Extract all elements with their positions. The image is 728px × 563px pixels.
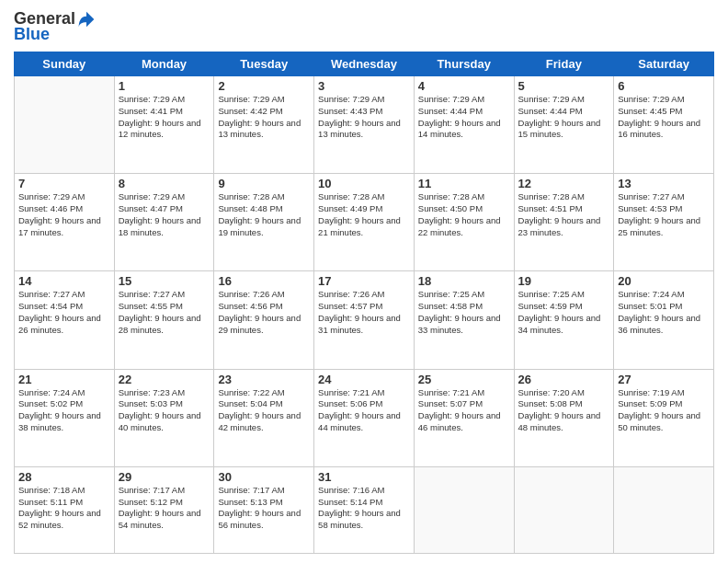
day-number: 10	[318, 177, 410, 190]
day-info: Sunrise: 7:28 AMSunset: 4:48 PMDaylight:…	[218, 191, 310, 238]
day-info: Sunrise: 7:18 AMSunset: 5:11 PMDaylight:…	[18, 485, 110, 532]
calendar-cell: 26Sunrise: 7:20 AMSunset: 5:08 PMDayligh…	[514, 369, 614, 466]
day-info: Sunrise: 7:20 AMSunset: 5:08 PMDaylight:…	[518, 387, 610, 434]
day-number: 24	[318, 373, 410, 386]
day-number: 12	[518, 177, 610, 190]
day-number: 17	[318, 274, 410, 288]
calendar-cell: 29Sunrise: 7:17 AMSunset: 5:12 PMDayligh…	[114, 466, 214, 553]
day-number: 19	[518, 274, 610, 288]
day-info: Sunrise: 7:29 AMSunset: 4:43 PMDaylight:…	[318, 94, 410, 141]
day-number: 28	[18, 470, 110, 484]
day-number: 26	[518, 373, 610, 386]
day-number: 29	[119, 470, 210, 484]
week-row-3: 14Sunrise: 7:27 AMSunset: 4:54 PMDayligh…	[15, 271, 714, 369]
day-number: 3	[318, 79, 410, 93]
calendar-cell	[614, 466, 714, 553]
day-info: Sunrise: 7:28 AMSunset: 4:50 PMDaylight:…	[418, 191, 510, 238]
day-number: 9	[218, 177, 310, 190]
calendar-cell: 11Sunrise: 7:28 AMSunset: 4:50 PMDayligh…	[414, 174, 514, 271]
calendar-cell: 15Sunrise: 7:27 AMSunset: 4:55 PMDayligh…	[114, 271, 214, 369]
calendar-cell: 23Sunrise: 7:22 AMSunset: 5:04 PMDayligh…	[214, 369, 314, 466]
day-info: Sunrise: 7:26 AMSunset: 4:57 PMDaylight:…	[318, 289, 410, 336]
day-info: Sunrise: 7:29 AMSunset: 4:44 PMDaylight:…	[518, 94, 610, 141]
day-info: Sunrise: 7:24 AMSunset: 5:01 PMDaylight:…	[618, 289, 710, 336]
day-number: 23	[218, 373, 310, 386]
day-header-tuesday: Tuesday	[214, 52, 314, 76]
day-number: 7	[18, 177, 110, 190]
day-number: 22	[119, 373, 210, 386]
calendar-cell: 16Sunrise: 7:26 AMSunset: 4:56 PMDayligh…	[214, 271, 314, 369]
calendar-cell	[15, 76, 115, 174]
calendar-cell: 14Sunrise: 7:27 AMSunset: 4:54 PMDayligh…	[15, 271, 115, 369]
day-number: 21	[18, 373, 110, 386]
calendar-cell: 19Sunrise: 7:25 AMSunset: 4:59 PMDayligh…	[514, 271, 614, 369]
day-number: 2	[218, 79, 310, 93]
week-row-5: 28Sunrise: 7:18 AMSunset: 5:11 PMDayligh…	[15, 466, 714, 553]
calendar-cell: 9Sunrise: 7:28 AMSunset: 4:48 PMDaylight…	[214, 174, 314, 271]
day-info: Sunrise: 7:29 AMSunset: 4:45 PMDaylight:…	[618, 94, 710, 141]
day-info: Sunrise: 7:29 AMSunset: 4:44 PMDaylight:…	[418, 94, 510, 141]
calendar-cell: 13Sunrise: 7:27 AMSunset: 4:53 PMDayligh…	[614, 174, 714, 271]
day-header-row: SundayMondayTuesdayWednesdayThursdayFrid…	[15, 52, 714, 76]
day-info: Sunrise: 7:17 AMSunset: 5:12 PMDaylight:…	[119, 485, 210, 532]
day-header-friday: Friday	[514, 52, 614, 76]
calendar-cell: 6Sunrise: 7:29 AMSunset: 4:45 PMDaylight…	[614, 76, 714, 174]
day-info: Sunrise: 7:28 AMSunset: 4:49 PMDaylight:…	[318, 191, 410, 238]
day-info: Sunrise: 7:25 AMSunset: 4:58 PMDaylight:…	[418, 289, 510, 336]
day-header-monday: Monday	[114, 52, 214, 76]
day-info: Sunrise: 7:25 AMSunset: 4:59 PMDaylight:…	[518, 289, 610, 336]
day-info: Sunrise: 7:29 AMSunset: 4:47 PMDaylight:…	[119, 191, 210, 238]
day-info: Sunrise: 7:27 AMSunset: 4:55 PMDaylight:…	[119, 289, 210, 336]
day-number: 13	[618, 177, 710, 190]
day-info: Sunrise: 7:29 AMSunset: 4:42 PMDaylight:…	[218, 94, 310, 141]
calendar-cell: 21Sunrise: 7:24 AMSunset: 5:02 PMDayligh…	[15, 369, 115, 466]
header: General Blue	[14, 9, 714, 44]
logo-blue: Blue	[14, 25, 50, 44]
calendar-cell: 27Sunrise: 7:19 AMSunset: 5:09 PMDayligh…	[614, 369, 714, 466]
calendar-cell: 2Sunrise: 7:29 AMSunset: 4:42 PMDaylight…	[214, 76, 314, 174]
day-info: Sunrise: 7:21 AMSunset: 5:06 PMDaylight:…	[318, 387, 410, 434]
day-info: Sunrise: 7:29 AMSunset: 4:46 PMDaylight:…	[18, 191, 110, 238]
day-info: Sunrise: 7:23 AMSunset: 5:03 PMDaylight:…	[119, 387, 210, 434]
day-number: 8	[119, 177, 210, 190]
day-number: 6	[618, 79, 710, 93]
calendar-cell: 3Sunrise: 7:29 AMSunset: 4:43 PMDaylight…	[314, 76, 415, 174]
day-number: 31	[318, 470, 410, 484]
day-info: Sunrise: 7:19 AMSunset: 5:09 PMDaylight:…	[618, 387, 710, 434]
day-info: Sunrise: 7:21 AMSunset: 5:07 PMDaylight:…	[418, 387, 510, 434]
day-number: 20	[618, 274, 710, 288]
day-number: 30	[218, 470, 310, 484]
calendar-cell: 4Sunrise: 7:29 AMSunset: 4:44 PMDaylight…	[414, 76, 514, 174]
day-info: Sunrise: 7:17 AMSunset: 5:13 PMDaylight:…	[218, 485, 310, 532]
week-row-2: 7Sunrise: 7:29 AMSunset: 4:46 PMDaylight…	[15, 174, 714, 271]
day-info: Sunrise: 7:27 AMSunset: 4:53 PMDaylight:…	[618, 191, 710, 238]
day-number: 14	[18, 274, 110, 288]
day-number: 16	[218, 274, 310, 288]
page: General Blue SundayMondayTuesdayWednesda…	[0, 0, 728, 563]
day-info: Sunrise: 7:29 AMSunset: 4:41 PMDaylight:…	[119, 94, 210, 141]
calendar-cell: 24Sunrise: 7:21 AMSunset: 5:06 PMDayligh…	[314, 369, 415, 466]
calendar-cell: 28Sunrise: 7:18 AMSunset: 5:11 PMDayligh…	[15, 466, 115, 553]
week-row-1: 1Sunrise: 7:29 AMSunset: 4:41 PMDaylight…	[15, 76, 714, 174]
calendar-cell: 7Sunrise: 7:29 AMSunset: 4:46 PMDaylight…	[15, 174, 115, 271]
day-header-saturday: Saturday	[614, 52, 714, 76]
day-info: Sunrise: 7:22 AMSunset: 5:04 PMDaylight:…	[218, 387, 310, 434]
calendar-cell: 17Sunrise: 7:26 AMSunset: 4:57 PMDayligh…	[314, 271, 415, 369]
day-number: 5	[518, 79, 610, 93]
day-info: Sunrise: 7:28 AMSunset: 4:51 PMDaylight:…	[518, 191, 610, 238]
day-header-wednesday: Wednesday	[314, 52, 415, 76]
calendar-cell: 30Sunrise: 7:17 AMSunset: 5:13 PMDayligh…	[214, 466, 314, 553]
calendar-cell: 31Sunrise: 7:16 AMSunset: 5:14 PMDayligh…	[314, 466, 415, 553]
day-number: 25	[418, 373, 510, 386]
calendar-cell	[414, 466, 514, 553]
day-number: 4	[418, 79, 510, 93]
day-info: Sunrise: 7:24 AMSunset: 5:02 PMDaylight:…	[18, 387, 110, 434]
day-number: 15	[119, 274, 210, 288]
day-number: 11	[418, 177, 510, 190]
calendar-cell: 22Sunrise: 7:23 AMSunset: 5:03 PMDayligh…	[114, 369, 214, 466]
week-row-4: 21Sunrise: 7:24 AMSunset: 5:02 PMDayligh…	[15, 369, 714, 466]
calendar-table: SundayMondayTuesdayWednesdayThursdayFrid…	[14, 52, 714, 554]
calendar-cell: 25Sunrise: 7:21 AMSunset: 5:07 PMDayligh…	[414, 369, 514, 466]
day-info: Sunrise: 7:26 AMSunset: 4:56 PMDaylight:…	[218, 289, 310, 336]
calendar-cell: 18Sunrise: 7:25 AMSunset: 4:58 PMDayligh…	[414, 271, 514, 369]
